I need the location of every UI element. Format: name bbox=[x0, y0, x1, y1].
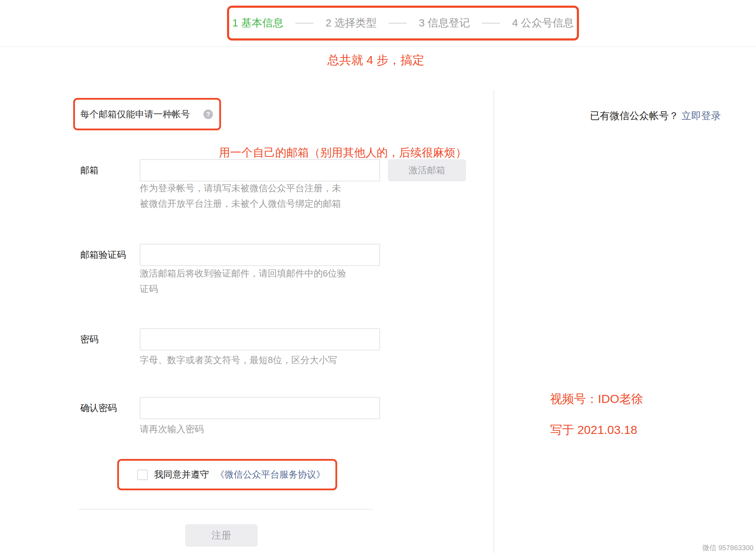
code-input[interactable] bbox=[140, 244, 380, 266]
email-help-text: 作为登录帐号，请填写未被微信公众平台注册，未 被微信开放平台注册，未被个人微信号… bbox=[140, 180, 341, 211]
register-page: 1 基本信息 2 选择类型 3 信息登记 4 公众号信息 总共就 4 步，搞定 … bbox=[0, 0, 756, 553]
email-label: 邮箱 bbox=[80, 159, 99, 181]
step-2-choose-type: 2 选择类型 bbox=[326, 16, 377, 30]
wechat-watermark: 微信 957863300 bbox=[702, 543, 754, 553]
activate-email-button[interactable]: 激活邮箱 bbox=[388, 159, 466, 181]
code-label: 邮箱验证码 bbox=[80, 244, 126, 266]
annotation-steps-note: 总共就 4 步，搞定 bbox=[327, 52, 424, 68]
step-separator bbox=[389, 23, 407, 24]
password-input[interactable] bbox=[140, 328, 380, 350]
header: 1 基本信息 2 选择类型 3 信息登记 4 公众号信息 bbox=[0, 0, 756, 47]
step-4-account-info: 4 公众号信息 bbox=[512, 16, 574, 30]
existing-account-text: 已有微信公众帐号？ bbox=[590, 110, 679, 121]
step-3-info-registration: 3 信息登记 bbox=[419, 16, 470, 30]
password-label: 密码 bbox=[80, 328, 99, 350]
step-separator bbox=[482, 23, 500, 24]
code-help-line2: 证码 bbox=[140, 281, 346, 297]
steps-annotation-box: 1 基本信息 2 选择类型 3 信息登记 4 公众号信息 bbox=[227, 6, 579, 41]
agreement-checkbox[interactable] bbox=[137, 470, 148, 480]
service-agreement-link[interactable]: 《微信公众平台服务协议》 bbox=[215, 468, 325, 481]
email-limit-notice: 每个邮箱仅能申请一种帐号 bbox=[80, 98, 190, 130]
login-now-link[interactable]: 立即登录 bbox=[681, 110, 721, 121]
form-divider bbox=[79, 509, 373, 510]
password-help-text: 字母、数字或者英文符号，最短8位，区分大小写 bbox=[140, 352, 337, 368]
step-separator bbox=[295, 23, 314, 24]
confirm-password-label: 确认密码 bbox=[80, 397, 117, 419]
code-help-text: 激活邮箱后将收到验证邮件，请回填邮件中的6位验 证码 bbox=[140, 266, 346, 297]
existing-account-line: 已有微信公众帐号？ 立即登录 bbox=[590, 109, 721, 123]
confirm-password-input[interactable] bbox=[140, 397, 380, 419]
code-help-line1: 激活邮箱后将收到验证邮件，请回填邮件中的6位验 bbox=[140, 266, 346, 281]
email-input[interactable] bbox=[140, 159, 380, 181]
annotation-date-note: 写于 2021.03.18 bbox=[550, 422, 637, 438]
vertical-divider bbox=[493, 90, 494, 553]
agreement-text: 我同意并遵守 bbox=[154, 468, 209, 481]
register-button[interactable]: 注册 bbox=[185, 524, 258, 547]
email-help-line2: 被微信开放平台注册，未被个人微信号绑定的邮箱 bbox=[140, 196, 341, 211]
confirm-password-help-text: 请再次输入密码 bbox=[140, 421, 204, 437]
annotation-email-note: 用一个自己的邮箱（别用其他人的，后续很麻烦） bbox=[219, 145, 467, 161]
step-1-basic-info: 1 基本信息 bbox=[232, 16, 283, 30]
help-question-icon[interactable]: ? bbox=[203, 110, 213, 119]
annotation-channel-note: 视频号：IDO老徐 bbox=[550, 391, 643, 407]
email-help-line1: 作为登录帐号，请填写未被微信公众平台注册，未 bbox=[140, 180, 341, 196]
agreement-annotation-box: 我同意并遵守 《微信公众平台服务协议》 bbox=[117, 459, 337, 490]
